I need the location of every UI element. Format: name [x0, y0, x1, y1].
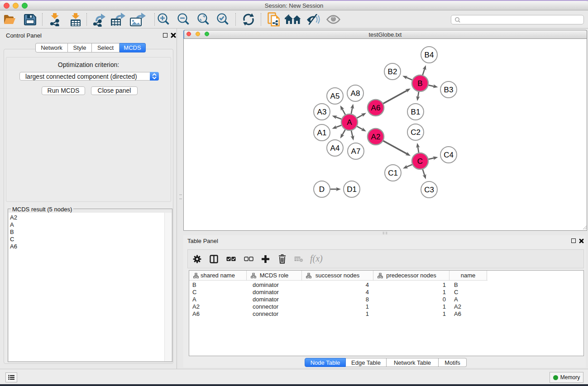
svg-text:A8: A8: [351, 89, 360, 98]
svg-text:B1: B1: [411, 108, 421, 116]
svg-text:B3: B3: [444, 86, 454, 94]
svg-text:B4: B4: [425, 51, 434, 59]
svg-text:A1: A1: [317, 129, 327, 137]
svg-text:C1: C1: [388, 169, 398, 177]
svg-text:A3: A3: [317, 108, 327, 116]
svg-text:D1: D1: [347, 185, 357, 194]
svg-text:A5: A5: [330, 92, 340, 100]
svg-text:B: B: [417, 79, 422, 88]
svg-text:A: A: [347, 118, 352, 127]
svg-text:C: C: [417, 157, 423, 166]
svg-text:D: D: [319, 185, 325, 194]
svg-text:A7: A7: [351, 147, 361, 156]
svg-text:A2: A2: [371, 133, 381, 141]
svg-text:C4: C4: [444, 151, 454, 159]
svg-text:C3: C3: [424, 186, 434, 194]
svg-text:B2: B2: [388, 67, 397, 76]
svg-text:A6: A6: [371, 104, 381, 112]
svg-text:C2: C2: [411, 128, 421, 137]
svg-text:A4: A4: [330, 144, 340, 152]
